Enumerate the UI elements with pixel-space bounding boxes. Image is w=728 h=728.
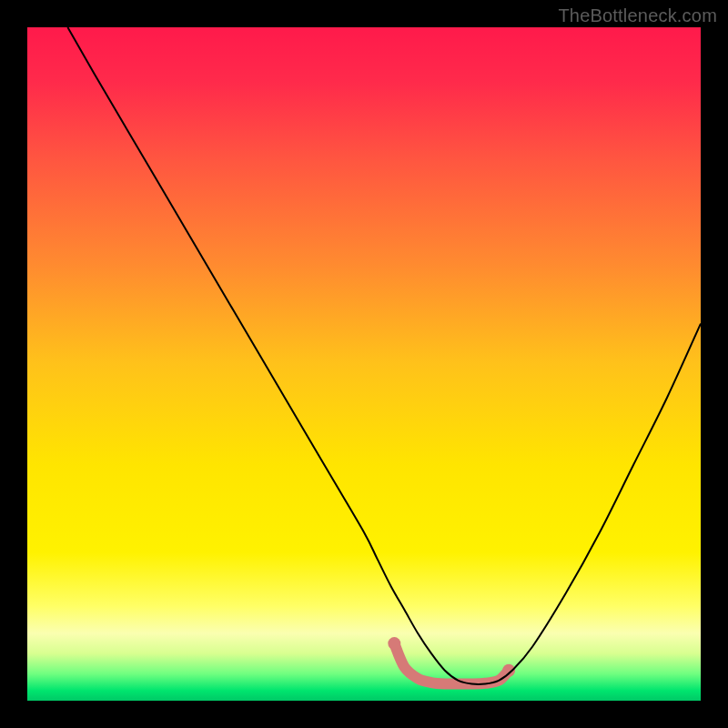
plot-area (27, 27, 701, 701)
highlight-dot-start (388, 637, 400, 650)
chart-frame: TheBottleneck.com (0, 0, 728, 728)
chart-svg (27, 27, 701, 701)
highlight-segment (394, 643, 509, 684)
watermark-text: TheBottleneck.com (558, 5, 717, 26)
bottleneck-curve (67, 27, 701, 684)
